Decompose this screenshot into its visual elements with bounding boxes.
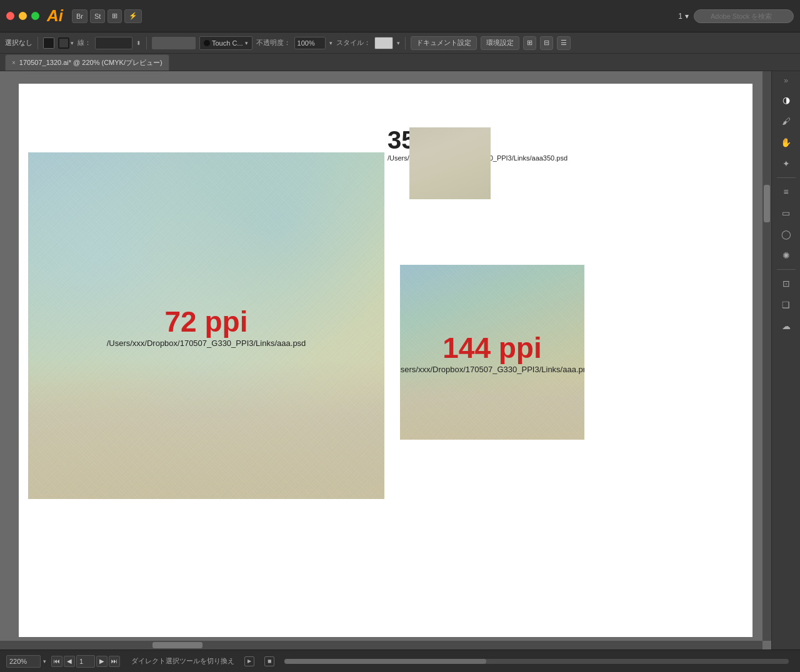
grid-button[interactable]: ⊞ [108, 9, 122, 23]
cloud-panel-icon[interactable]: ☁ [776, 317, 796, 335]
search-input[interactable] [694, 9, 794, 23]
search-wrapper: 🔍 [694, 9, 794, 23]
star-panel-icon[interactable]: ✦ [776, 155, 796, 172]
collapse-wrapper: » [772, 76, 801, 85]
panel-divider-1 [777, 177, 796, 178]
cursor-panel-icon[interactable]: ✋ [776, 134, 796, 151]
page-input[interactable] [76, 655, 95, 668]
image-small-350[interactable] [409, 127, 491, 199]
lines-panel-icon[interactable]: ≡ [776, 183, 796, 200]
zoom-input[interactable] [6, 655, 41, 668]
page-first-button[interactable]: ⏮ [51, 656, 62, 667]
stroke-arrow-icon[interactable]: ▾ [71, 40, 74, 46]
tool-status-text: ダイレクト選択ツールを切り換え [131, 656, 234, 666]
close-button[interactable] [6, 12, 14, 20]
page-number: 1 [678, 12, 682, 21]
fullscreen-button[interactable] [31, 12, 39, 20]
tab-filename: 170507_1320.ai* @ 220% (CMYK/プレビュー) [19, 58, 162, 67]
image-medium-144[interactable]: 144 ppi /Users/xxx/Dropbox/170507_G330_P… [400, 265, 584, 440]
tabbar: × 170507_1320.ai* @ 220% (CMYK/プレビュー) [0, 54, 800, 71]
opacity-input[interactable]: 100% [294, 37, 326, 49]
opacity-arrow-icon[interactable]: ▾ [329, 40, 332, 46]
magic-button[interactable]: ⚡ [124, 9, 142, 23]
water-sand-medium [400, 370, 584, 440]
touch-dot [204, 40, 210, 46]
canvas-content: 72 ppi /Users/xxx/Dropbox/170507_G330_PP… [19, 84, 752, 637]
path-144ppi: /Users/xxx/Dropbox/170507_G330_PPI3/Link… [400, 365, 584, 374]
scrollbar-vertical[interactable] [762, 71, 771, 641]
page-next-button[interactable]: ▶ [96, 656, 108, 667]
toolbar-divider-3 [405, 37, 406, 49]
sun-panel-icon[interactable]: ✺ [776, 247, 796, 264]
main-area: 72 ppi /Users/xxx/Dropbox/170507_G330_PP… [0, 71, 800, 650]
toolbar: 選択なし ▾ 線： ⬍ Touch C... ▾ 不透明度： 100% ▾ スタ… [0, 32, 800, 54]
scrollbar-horizontal-thumb[interactable] [152, 642, 202, 648]
scrollbar-vertical-thumb[interactable] [764, 185, 770, 222]
ppi-value-144: 144 ppi [400, 331, 584, 365]
minimize-button[interactable] [19, 12, 27, 20]
water-sand-large [28, 360, 384, 499]
page-dropdown-icon[interactable]: ▾ [685, 12, 689, 21]
status-scroll-thumb[interactable] [284, 659, 486, 664]
scrollbar-horizontal[interactable] [0, 641, 762, 650]
rect-panel-icon[interactable]: ▭ [776, 204, 796, 222]
selection-text: 選択なし [5, 38, 32, 47]
doc-settings-button[interactable]: ドキュメント設定 [411, 36, 477, 50]
toolbar-divider-1 [38, 37, 38, 49]
layers-panel-icon[interactable]: ❑ [776, 296, 796, 314]
stroke-color-swatch[interactable] [58, 37, 69, 49]
zoom-control: ▾ [6, 655, 46, 668]
opacity-label: 不透明度： [256, 38, 291, 47]
status-scrollbar[interactable] [284, 659, 789, 664]
circle-panel-icon[interactable]: ◯ [776, 225, 796, 243]
bridge-button[interactable]: Br [72, 9, 88, 23]
stroke-stepper-icon[interactable]: ⬍ [136, 40, 141, 46]
touch-label: Touch C... [212, 39, 243, 47]
tab-close-icon[interactable]: × [12, 59, 16, 66]
image-large[interactable]: 72 ppi /Users/xxx/Dropbox/170507_G330_PP… [28, 152, 384, 499]
canvas-document: 72 ppi /Users/xxx/Dropbox/170507_G330_PP… [19, 84, 752, 637]
color-wheel-panel-icon[interactable]: ◑ [776, 91, 796, 109]
play-button[interactable]: ▶ [244, 656, 254, 666]
canvas-area[interactable]: 72 ppi /Users/xxx/Dropbox/170507_G330_PP… [0, 71, 771, 650]
selection-label: 選択なし [5, 38, 32, 47]
touch-arrow-icon: ▾ [245, 40, 248, 46]
titlebar-right: 1 ▾ 🔍 [678, 9, 794, 23]
panel-divider-2 [777, 269, 796, 270]
stroke-label: 線： [78, 38, 91, 47]
st-button[interactable]: St [90, 9, 105, 23]
distribute-button[interactable]: ⊟ [540, 36, 553, 50]
page-prev-button[interactable]: ◀ [64, 656, 75, 667]
env-settings-button[interactable]: 環境設定 [481, 36, 519, 50]
style-label: スタイル： [336, 38, 371, 47]
touch-button[interactable]: Touch C... ▾ [199, 36, 252, 50]
traffic-lights [6, 12, 39, 20]
water-texture-large [28, 152, 384, 499]
stroke-input[interactable] [95, 37, 132, 49]
document-tab[interactable]: × 170507_1320.ai* @ 220% (CMYK/プレビュー) [5, 54, 169, 71]
page-navigation: ⏮ ◀ ▶ ⏭ [51, 655, 120, 668]
expand-panel-icon[interactable]: ⊡ [776, 275, 796, 292]
sand-texture-350 [409, 127, 491, 199]
app-logo: Ai [47, 6, 63, 26]
titlebar: Ai Br St ⊞ ⚡ 1 ▾ 🔍 [0, 0, 800, 32]
toolbar-divider-2 [146, 37, 147, 49]
style-arrow-icon[interactable]: ▾ [397, 40, 400, 46]
page-last-button[interactable]: ⏭ [109, 656, 120, 667]
env-settings-label: 環境設定 [486, 38, 514, 47]
stop-button[interactable]: ◼ [264, 656, 274, 666]
align-button[interactable]: ⊞ [523, 36, 536, 50]
collapse-right-icon[interactable]: » [784, 76, 788, 85]
statusbar: ▾ ⏮ ◀ ▶ ⏭ ダイレクト選択ツールを切り換え ▶ ◼ [0, 650, 800, 672]
brush-panel-icon[interactable]: 🖌 [776, 112, 796, 130]
color-picker[interactable] [152, 37, 196, 49]
opacity-value: 100% [298, 39, 315, 47]
fill-color-swatch[interactable] [43, 37, 54, 49]
right-panel: » ◑ 🖌 ✋ ✦ ≡ ▭ ◯ ✺ ⊡ ❑ ☁ [771, 71, 800, 650]
page-selector[interactable]: 1 ▾ [678, 12, 689, 21]
more-button[interactable]: ☰ [557, 36, 571, 50]
label-144ppi: 144 ppi /Users/xxx/Dropbox/170507_G330_P… [400, 331, 584, 374]
zoom-arrow-icon[interactable]: ▾ [43, 658, 46, 665]
doc-settings-label: ドキュメント設定 [416, 38, 471, 47]
style-swatch[interactable] [374, 37, 393, 49]
